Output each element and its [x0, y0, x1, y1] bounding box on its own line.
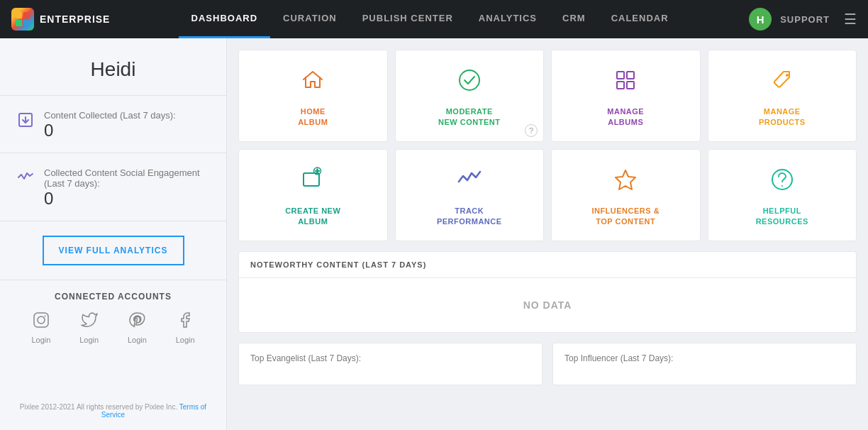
svg-rect-13	[627, 82, 634, 89]
svg-rect-6	[34, 313, 48, 327]
nav-curation[interactable]: CURATION	[270, 0, 350, 38]
brand: ENTERPRISE	[11, 8, 111, 31]
analytics-icon	[17, 169, 34, 190]
influencers-top-content-label: INFLUENCERS &TOP CONTENT	[591, 206, 660, 228]
user-name: Heidi	[11, 58, 215, 81]
content-collected-value: 0	[44, 121, 176, 141]
track-performance-label: TRACKPERFORMANCE	[437, 206, 502, 228]
check-circle-icon	[456, 67, 483, 99]
nav-publish-center[interactable]: PUBLISH CENTER	[350, 0, 466, 38]
manage-albums-label: MANAGEALBUMS	[607, 106, 644, 128]
social-engagement-info: Collected Content Social Engagement (Las…	[44, 167, 209, 209]
pinterest-login-label: Login	[128, 336, 147, 344]
instagram-icon	[33, 312, 50, 333]
svg-point-14	[786, 74, 789, 77]
page-body: Heidi Content Collected (Last 7 days): 0	[0, 38, 868, 430]
connected-accounts-section: CONNECTED ACCOUNTS Login	[0, 280, 226, 355]
manage-products-label: MANAGEPRODUCTS	[759, 106, 806, 128]
view-full-analytics-button[interactable]: VIEW FULL ANALYTICS	[43, 236, 184, 265]
grid-icon	[612, 67, 639, 99]
twitter-login-label: Login	[79, 336, 99, 344]
question-icon[interactable]: ?	[525, 124, 538, 137]
plus-album-icon	[299, 166, 326, 199]
nav-analytics[interactable]: ANALYTICS	[466, 0, 550, 38]
svg-rect-3	[23, 20, 30, 26]
copyright: Pixlee 2012-2021 All rights reserved by …	[0, 403, 226, 419]
twitter-login[interactable]: Login	[79, 312, 99, 344]
manage-products-card[interactable]: MANAGEPRODUCTS	[708, 50, 857, 142]
top-influencer-label: Top Influencer (Last 7 Days):	[564, 353, 845, 363]
support-link[interactable]: SUPPORT	[780, 14, 830, 25]
noteworthy-empty: NO DATA	[239, 278, 856, 332]
download-icon	[17, 111, 34, 133]
moderate-new-content-label: MODERATENEW CONTENT	[438, 106, 500, 128]
content-collected-section: Content Collected (Last 7 days): 0	[0, 96, 226, 153]
svg-point-8	[44, 315, 45, 316]
nav-calendar[interactable]: CALENDAR	[599, 0, 681, 38]
noteworthy-section: NOTEWORTHY CONTENT (LAST 7 DAYS) NO DATA	[238, 251, 857, 333]
nav-crm[interactable]: CRM	[550, 0, 599, 38]
noteworthy-header: NOTEWORTHY CONTENT (LAST 7 DAYS)	[239, 252, 856, 278]
social-engagement-value: 0	[44, 189, 209, 209]
house-icon	[299, 67, 326, 99]
svg-marker-21	[616, 170, 635, 189]
hamburger-icon[interactable]: ☰	[844, 11, 857, 28]
wave-icon	[456, 166, 483, 199]
brand-name: ENTERPRISE	[40, 13, 110, 25]
svg-point-9	[460, 70, 479, 90]
top-evangelist-card: Top Evangelist (Last 7 Days):	[238, 343, 542, 385]
svg-rect-1	[23, 12, 30, 18]
quick-actions-grid: HOMEALBUM MODERATENEW CONTENT ?	[238, 50, 857, 241]
manage-albums-card[interactable]: MANAGEALBUMS	[551, 50, 701, 142]
user-name-section: Heidi	[0, 38, 226, 96]
facebook-login[interactable]: Login	[176, 312, 195, 344]
create-new-album-label: CREATE NEWALBUM	[285, 206, 340, 228]
track-performance-card[interactable]: TRACKPERFORMANCE	[395, 149, 545, 241]
moderate-new-content-card[interactable]: MODERATENEW CONTENT ?	[395, 50, 545, 142]
pinterest-icon	[128, 312, 145, 333]
content-collected-label: Content Collected (Last 7 days):	[44, 110, 176, 121]
tag-icon	[769, 67, 796, 99]
facebook-icon	[177, 312, 194, 333]
left-panel: Heidi Content Collected (Last 7 days): 0	[0, 38, 227, 430]
connected-accounts-title: CONNECTED ACCOUNTS	[17, 292, 209, 302]
svg-rect-11	[627, 72, 634, 79]
instagram-login[interactable]: Login	[31, 312, 50, 344]
instagram-login-label: Login	[31, 336, 50, 344]
social-engagement-label: Collected Content Social Engagement (Las…	[44, 167, 209, 189]
top-influencer-card: Top Influencer (Last 7 Days):	[552, 343, 857, 385]
home-album-card[interactable]: HOMEALBUM	[238, 50, 388, 142]
copyright-text: Pixlee 2012-2021 All rights reserved by …	[20, 403, 177, 411]
svg-point-23	[781, 185, 783, 187]
svg-rect-15	[304, 173, 319, 186]
influencers-top-content-card[interactable]: INFLUENCERS &TOP CONTENT	[551, 149, 701, 241]
twitter-icon	[81, 312, 98, 333]
home-album-label: HOMEALBUM	[298, 106, 328, 128]
social-engagement-section: Collected Content Social Engagement (Las…	[0, 153, 226, 221]
top-navigation: ENTERPRISE DASHBOARD CURATION PUBLISH CE…	[0, 0, 868, 38]
facebook-login-label: Login	[176, 336, 195, 344]
user-avatar[interactable]: H	[749, 8, 772, 31]
nav-dashboard[interactable]: DASHBOARD	[179, 0, 271, 38]
svg-point-7	[38, 316, 45, 324]
svg-rect-10	[617, 72, 624, 79]
help-circle-icon	[769, 166, 796, 199]
nav-links: DASHBOARD CURATION PUBLISH CENTER ANALYT…	[111, 0, 749, 38]
helpful-resources-card[interactable]: HELPFULRESOURCES	[708, 149, 857, 241]
right-panel: HOMEALBUM MODERATENEW CONTENT ?	[227, 38, 868, 430]
content-collected-info: Content Collected (Last 7 days): 0	[44, 110, 176, 141]
helpful-resources-label: HELPFULRESOURCES	[756, 206, 808, 228]
svg-rect-2	[16, 20, 22, 26]
svg-rect-12	[617, 82, 624, 89]
top-evangelist-label: Top Evangelist (Last 7 Days):	[250, 353, 530, 363]
nav-right: H SUPPORT ☰	[749, 8, 857, 31]
brand-logo	[11, 8, 34, 31]
bottom-cards: Top Evangelist (Last 7 Days): Top Influe…	[238, 343, 857, 385]
pinterest-login[interactable]: Login	[128, 312, 147, 344]
svg-rect-0	[16, 12, 22, 18]
social-icons-row: Login Login Login	[17, 312, 209, 344]
star-icon	[612, 166, 639, 199]
create-new-album-card[interactable]: CREATE NEWALBUM	[238, 149, 388, 241]
